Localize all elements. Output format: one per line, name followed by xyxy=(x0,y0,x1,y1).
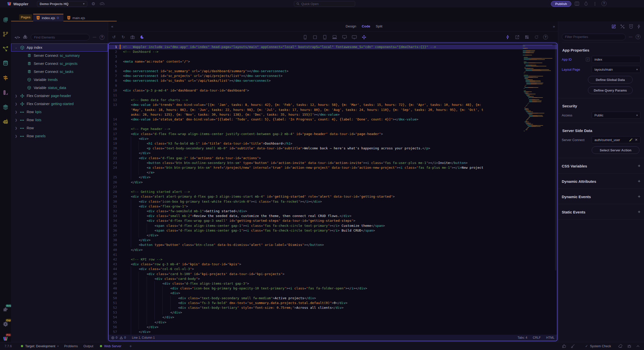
dark-mode-moon-icon[interactable] xyxy=(139,34,145,40)
camera-icon[interactable] xyxy=(130,34,135,40)
more-options-icon[interactable]: ⋮ xyxy=(592,1,598,6)
code-line[interactable]: 4<meta name="ac:route" content="/"> xyxy=(109,59,557,64)
device-laptop-icon[interactable] xyxy=(332,34,337,40)
layout-page-select[interactable]: layouts/main ▾ xyxy=(592,66,640,73)
chevron-collapsed-icon[interactable]: ❯ xyxy=(14,118,18,122)
redo-icon[interactable]: ↻ xyxy=(120,34,126,40)
code-line[interactable]: 22<div class="d-flex gap-2" id="actions"… xyxy=(109,156,557,160)
code-line[interactable]: 57</div> xyxy=(109,329,557,334)
feedback-thumbs-up-icon[interactable] xyxy=(562,344,566,348)
tree-item-sc_summary[interactable]: Server Connectsc_summary xyxy=(11,52,108,60)
properties-more-icon[interactable]: ⋯ xyxy=(629,35,633,39)
settings-gear-icon[interactable]: Exp xyxy=(2,321,9,327)
mode-design[interactable]: Design xyxy=(346,24,356,28)
code-line[interactable]: 58<div class="col-6 col-xl-3"> xyxy=(109,334,557,335)
code-line[interactable]: 43<div class="row g-3 mb-4" id="kpis" da… xyxy=(109,262,557,267)
editor-help-icon[interactable]: ? xyxy=(543,35,548,39)
code-line[interactable]: 37</div> xyxy=(109,233,557,238)
code-line[interactable]: 32<div class="fw-semibold mb-1">Getting … xyxy=(109,209,557,213)
code-line[interactable]: 23<button class="btn btn-outline-seconda… xyxy=(109,160,557,165)
tree-item-panels[interactable]: ❯•••Rowpanels xyxy=(11,132,108,140)
chevron-collapsed-icon[interactable]: ❯ xyxy=(14,135,18,138)
responsive-move-icon[interactable] xyxy=(361,34,367,40)
line-endings[interactable]: CRLF xyxy=(533,336,541,339)
project-settings-icon[interactable]: ⚙ xyxy=(91,1,96,6)
code-line[interactable]: 10<div class="p-3 p-md-4" id="dashboard"… xyxy=(109,88,557,93)
code-line[interactable]: 14<dmx-value id="status_data" dmx-bind:v… xyxy=(109,117,557,122)
section-dynamic-events[interactable]: Dynamic Events+ xyxy=(562,194,640,199)
layers-icon[interactable] xyxy=(2,104,9,110)
database-icon[interactable] xyxy=(2,60,9,67)
editor-scrollbar[interactable] xyxy=(554,43,557,335)
device-tablet-icon[interactable] xyxy=(322,34,328,40)
code-line[interactable]: 5 xyxy=(109,64,557,69)
ai-assistant-icon[interactable] xyxy=(2,118,9,125)
code-line[interactable]: 26</div> xyxy=(109,180,557,185)
code-line[interactable]: 56</div> xyxy=(109,325,557,329)
dynamic-bolt-icon[interactable] xyxy=(637,24,640,29)
code-line[interactable]: 19<h1 class="h3 fw-bold mb-1" id="title"… xyxy=(109,141,557,146)
filter-properties-search[interactable] xyxy=(562,34,626,40)
section-static-events[interactable]: Static Events+ xyxy=(562,209,640,215)
add-icon[interactable]: + xyxy=(638,179,640,184)
add-icon[interactable]: + xyxy=(638,194,640,199)
find-elements-input[interactable] xyxy=(34,35,86,39)
code-line[interactable]: 16<!-- Page header --> xyxy=(109,126,557,131)
code-line[interactable]: 11 xyxy=(109,93,557,98)
chevron-collapsed-icon[interactable]: ❯ xyxy=(14,126,18,130)
collapse-right-icon[interactable]: » xyxy=(553,24,555,28)
code-line[interactable]: 15 xyxy=(109,122,557,126)
code-line[interactable]: 20<p class="text-body-secondary small mb… xyxy=(109,146,557,151)
undo-icon[interactable]: ↺ xyxy=(111,34,117,40)
pages-panel-button[interactable]: Pages xyxy=(19,14,32,20)
code-line[interactable]: 25</div> xyxy=(109,175,557,180)
tree-item-status_data[interactable]: Variablestatus_data xyxy=(11,84,108,92)
code-line[interactable]: 35<span class="d-flex align-items-center… xyxy=(109,223,557,228)
edit-pencil-icon[interactable] xyxy=(629,138,633,142)
code-line[interactable]: 6<dmx-serverconnect id="sc_summary" url=… xyxy=(109,69,557,73)
git-branch-icon[interactable] xyxy=(2,31,9,37)
code-line[interactable]: 9 xyxy=(109,83,557,88)
tab-main-ejs[interactable]: 5 main.ejs xyxy=(64,14,88,21)
code-line[interactable]: 41 xyxy=(109,252,557,257)
code-line[interactable]: 29<div class="alert alert-primary d-flex… xyxy=(109,194,557,199)
filter-properties-input[interactable] xyxy=(565,35,622,39)
section-dynamic-attributes[interactable]: Dynamic Attributes+ xyxy=(562,179,640,184)
edit-properties-icon[interactable] xyxy=(611,24,616,29)
output-button[interactable]: Output xyxy=(84,344,93,348)
code-line[interactable]: 3 xyxy=(109,54,557,59)
tree-item-sc_projects[interactable]: Server Connectsc_projects xyxy=(11,60,108,68)
cloud-download-icon[interactable] xyxy=(99,1,104,6)
code-area[interactable]: 1<!-- Wappler include is="dmx-app" id="i… xyxy=(109,43,557,335)
mode-split[interactable]: Split xyxy=(376,24,382,28)
code-line[interactable]: 44<div class="col-6 col-xl-3"> xyxy=(109,267,557,271)
mode-code[interactable]: Code xyxy=(362,24,370,28)
code-line[interactable]: 53</div> xyxy=(109,310,557,315)
panel-help-icon[interactable]: ? xyxy=(100,35,104,40)
workflows-icon[interactable] xyxy=(2,74,9,81)
code-line[interactable]: 48<div class="icon-box bg-primary bg-opa… xyxy=(109,286,557,291)
add-icon[interactable]: + xyxy=(638,163,640,169)
split-view-icon[interactable] xyxy=(574,1,580,6)
qr-preview-icon[interactable] xyxy=(524,34,530,40)
tools-icon[interactable] xyxy=(620,24,625,29)
code-line[interactable]: 21</div> xyxy=(109,151,557,155)
code-line[interactable]: 50<div class="text-body-secondary small … xyxy=(109,296,557,300)
code-line[interactable]: 46<div class="card-body"> xyxy=(109,276,557,281)
chevron-collapsed-icon[interactable]: ❯ xyxy=(14,102,18,106)
device-tablet-small-icon[interactable] xyxy=(312,34,318,40)
code-line[interactable]: 31<div class="flex-grow-1"> xyxy=(109,204,557,209)
quick-open-search[interactable] xyxy=(294,1,355,7)
add-icon[interactable]: + xyxy=(638,209,640,215)
eraser-icon[interactable] xyxy=(618,344,623,348)
code-view-icon[interactable]: </> xyxy=(15,35,20,39)
code-line[interactable]: 7<dmx-serverconnect id="sc_projects" url… xyxy=(109,73,557,78)
define-global-data-button[interactable]: Define Global Data xyxy=(588,76,633,83)
tab-size[interactable]: Tabs: 4 xyxy=(517,336,527,339)
tree-item-trends[interactable]: Variabletrends xyxy=(11,76,108,84)
chevron-collapsed-icon[interactable]: ❯ xyxy=(14,94,18,98)
app-id-input[interactable] xyxy=(594,58,638,61)
code-line[interactable]: 8<dmx-serverconnect id="sc_tasks" url="/… xyxy=(109,78,557,83)
chevron-collapsed-icon[interactable]: ❯ xyxy=(14,110,18,114)
app-id-field[interactable] xyxy=(592,56,640,63)
